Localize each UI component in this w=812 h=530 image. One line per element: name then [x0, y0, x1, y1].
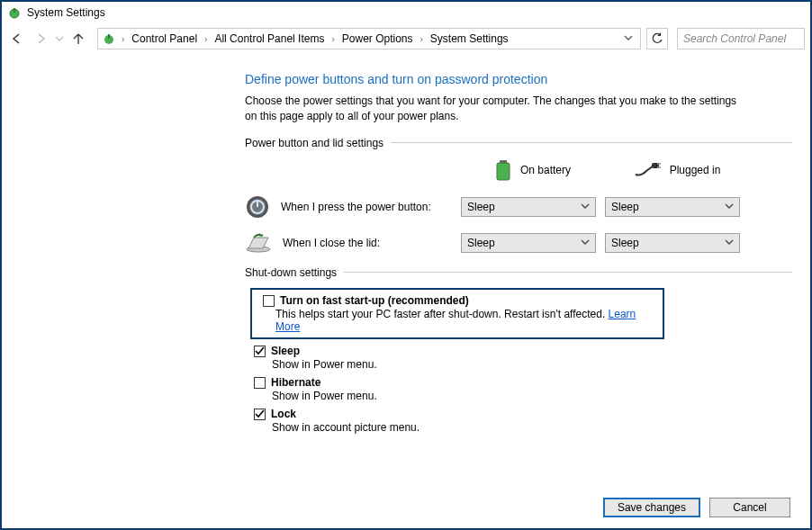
save-changes-button[interactable]: Save changes [603, 498, 700, 517]
sleep-sub: Show in Power menu. [245, 358, 792, 371]
svg-rect-4 [108, 34, 110, 39]
sleep-label: Sleep [271, 345, 300, 357]
column-plugged-label: Plugged in [670, 164, 721, 176]
sleep-checkbox[interactable] [254, 346, 266, 357]
lid-plugged-select[interactable]: Sleep [605, 233, 740, 253]
battery-icon [495, 158, 511, 182]
select-value: Sleep [611, 201, 639, 213]
divider [344, 272, 792, 273]
search-placeholder: Search Control Panel [683, 32, 786, 45]
hibernate-label: Hibernate [271, 376, 320, 389]
fast-startup-checkbox[interactable] [263, 295, 275, 307]
refresh-button[interactable] [646, 28, 668, 49]
navbar: › Control Panel › All Control Panel Item… [2, 23, 810, 54]
group-header-power: Power button and lid settings [245, 137, 792, 149]
chevron-down-icon [725, 238, 734, 247]
nav-forward-button[interactable] [31, 29, 50, 49]
app-icon [7, 5, 22, 20]
select-value: Sleep [611, 237, 639, 249]
power-settings-table: On battery Plugged in [245, 158, 749, 254]
column-battery-label: On battery [520, 164, 571, 176]
power-button-plugged-select[interactable]: Sleep [605, 197, 740, 217]
cancel-button[interactable]: Cancel [709, 498, 790, 517]
refresh-icon [651, 32, 663, 45]
chevron-right-icon: › [203, 34, 209, 44]
chevron-down-icon [725, 202, 734, 211]
address-dropdown-icon[interactable] [620, 33, 636, 44]
svg-rect-6 [497, 163, 510, 180]
group-label: Power button and lid settings [245, 137, 383, 149]
page-description: Choose the power settings that you want … [245, 94, 749, 124]
lid-battery-select[interactable]: Sleep [461, 233, 596, 253]
footer-buttons: Save changes Cancel [603, 498, 790, 517]
shutdown-section: Shut-down settings Turn on fast start-up… [245, 266, 792, 434]
power-row-label: When I press the power button: [281, 201, 431, 213]
divider [391, 142, 792, 143]
breadcrumb-item[interactable]: System Settings [429, 32, 510, 45]
laptop-lid-icon [245, 232, 272, 254]
window-title: System Settings [27, 6, 105, 19]
power-button-icon [245, 194, 270, 220]
breadcrumb-item[interactable]: Control Panel [130, 32, 199, 45]
lock-sub: Show in account picture menu. [245, 421, 792, 434]
power-options-icon [102, 31, 116, 46]
group-header-shutdown: Shut-down settings [245, 266, 792, 279]
chevron-right-icon: › [120, 34, 126, 44]
power-row-lid: When I close the lid: Sleep Sleep [245, 232, 749, 254]
search-input[interactable]: Search Control Panel [677, 28, 805, 49]
select-value: Sleep [467, 237, 495, 249]
select-value: Sleep [467, 201, 495, 213]
group-label: Shut-down settings [245, 266, 337, 279]
lock-checkbox[interactable] [254, 409, 266, 420]
titlebar: System Settings [2, 2, 810, 23]
content-area: Define power buttons and turn on passwor… [2, 54, 810, 528]
power-row-label: When I close the lid: [283, 237, 380, 249]
chevron-right-icon: › [419, 34, 425, 44]
chevron-down-icon [581, 238, 590, 247]
hibernate-checkbox[interactable] [254, 377, 266, 389]
fast-startup-highlight: Turn on fast start-up (recommended) This… [250, 288, 664, 339]
chevron-right-icon: › [329, 34, 336, 44]
fast-startup-sub: This helps start your PC faster after sh… [257, 308, 657, 333]
lock-label: Lock [271, 408, 296, 420]
breadcrumb-item[interactable]: All Control Panel Items [212, 32, 326, 45]
chevron-down-icon [581, 202, 590, 211]
fast-startup-label: Turn on fast start-up (recommended) [280, 294, 469, 307]
nav-back-button[interactable] [7, 29, 27, 49]
window-frame: System Settings › Control Panel › All Co… [0, 0, 812, 530]
hibernate-sub: Show in Power menu. [245, 390, 792, 402]
power-button-battery-select[interactable]: Sleep [461, 197, 596, 217]
nav-history-dropdown[interactable] [54, 29, 65, 49]
breadcrumb-item[interactable]: Power Options [340, 32, 415, 45]
power-row-power-button: When I press the power button: Sleep Sle… [245, 194, 749, 220]
address-bar[interactable]: › Control Panel › All Control Panel Item… [97, 28, 641, 49]
nav-up-button[interactable] [68, 29, 88, 49]
plug-icon [634, 162, 661, 178]
page-title: Define power buttons and turn on passwor… [245, 72, 792, 86]
